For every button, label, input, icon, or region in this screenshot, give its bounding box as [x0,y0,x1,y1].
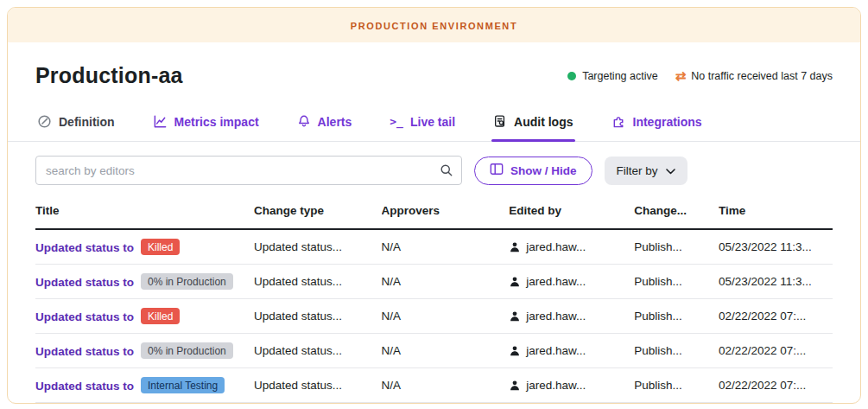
edited-by-cell: jared.haw... [509,334,634,368]
change-cell: Publish... [634,229,719,265]
chevron-down-icon [666,164,675,177]
audit-entry-link[interactable]: Updated status to [35,276,134,289]
change-type-cell: Updated status... [254,265,382,299]
change-cell: Publish... [634,265,719,299]
time-cell: 05/23/2022 11:3... [719,229,833,265]
search-icon [440,163,453,181]
column-header: Time [719,199,833,229]
approvers-cell: N/A [382,265,510,299]
tab-bar: Definition Metrics impact Alerts >_ Live… [8,107,860,142]
status-group: Targeting active ⇄ No traffic received l… [567,69,833,82]
tab-metrics-impact[interactable]: Metrics impact [151,107,261,141]
filter-by-label: Filter by [617,164,658,177]
change-cell: Publish... [634,368,719,403]
audit-logs-icon [493,114,507,129]
person-icon [509,310,521,323]
tab-alerts[interactable]: Alerts [295,107,354,141]
page-header: Production-aa Targeting active ⇄ No traf… [8,42,860,93]
status-badge: Killed [141,308,180,324]
table-row: Updated status toKilledUpdated status...… [35,299,833,334]
status-badge: Internal Testing [141,377,225,393]
person-icon [509,241,521,253]
person-icon [509,380,521,392]
tab-definition[interactable]: Definition [35,107,117,141]
title-cell: Updated status toInternal Testing [35,368,254,403]
table-row: Updated status to0% in ProductionUpdated… [35,334,833,368]
terminal-icon: >_ [390,115,403,128]
integrations-puzzle-icon [611,114,626,129]
person-icon [509,345,521,357]
approvers-cell: N/A [382,368,510,403]
edited-by-cell: jared.haw... [509,229,634,265]
tab-label: Definition [59,115,115,129]
page-title: Production-aa [35,63,183,88]
editor-name: jared.haw... [526,379,586,392]
edited-by-cell: jared.haw... [509,368,634,403]
bell-icon [297,114,311,129]
change-cell: Publish... [634,299,719,334]
audit-log-table-wrapper: TitleChange typeApproversEdited byChange… [8,199,860,403]
banner-text: PRODUCTION ENVIRONMENT [351,21,517,31]
column-header: Change type [254,199,382,229]
table-row: Updated status toKilledUpdated status...… [35,229,833,265]
status-badge: 0% in Production [141,273,233,290]
show-hide-label: Show / Hide [510,164,577,177]
environment-card: PRODUCTION ENVIRONMENT Production-aa Tar… [7,7,861,404]
show-hide-button[interactable]: Show / Hide [474,157,592,185]
search-input-wrapper [35,156,462,185]
tab-label: Audit logs [514,115,573,129]
change-type-cell: Updated status... [254,299,382,334]
time-cell: 02/22/2022 07:... [719,299,833,334]
editor-name: jared.haw... [526,310,586,323]
targeting-status-label: Targeting active [582,70,658,82]
filter-by-button[interactable]: Filter by [605,157,687,185]
production-environment-banner: PRODUCTION ENVIRONMENT [8,8,860,42]
column-header: Change... [634,199,719,229]
traffic-status: ⇄ No traffic received last 7 days [675,69,833,82]
time-cell: 02/22/2022 07:... [719,368,833,403]
approvers-cell: N/A [382,299,510,334]
change-type-cell: Updated status... [254,229,382,265]
approvers-cell: N/A [382,334,510,368]
audit-entry-link[interactable]: Updated status to [35,345,134,358]
tab-live-tail[interactable]: >_ Live tail [388,107,457,141]
table-header-row: TitleChange typeApproversEdited byChange… [35,199,833,229]
traffic-status-label: No traffic received last 7 days [691,70,833,82]
tab-integrations[interactable]: Integrations [610,107,704,141]
person-icon [509,276,521,288]
status-badge: Killed [141,239,180,255]
column-header: Approvers [382,199,510,229]
editor-name: jared.haw... [526,275,586,288]
definition-icon [37,114,52,129]
title-cell: Updated status to0% in Production [35,265,254,299]
change-cell: Publish... [634,334,719,368]
editor-name: jared.haw... [526,344,586,357]
column-header: Title [35,199,254,229]
column-header: Edited by [509,199,634,229]
time-cell: 05/23/2022 11:3... [719,265,833,299]
table-body: Updated status toKilledUpdated status...… [35,229,833,403]
edited-by-cell: jared.haw... [509,299,634,334]
title-cell: Updated status toKilled [35,299,254,334]
targeting-status: Targeting active [567,70,658,82]
audit-entry-link[interactable]: Updated status to [35,380,134,393]
change-type-cell: Updated status... [254,368,382,403]
columns-icon [490,163,504,178]
audit-entry-link[interactable]: Updated status to [35,310,134,323]
table-row: Updated status to0% in ProductionUpdated… [35,265,833,299]
search-input[interactable] [35,156,462,185]
tab-label: Alerts [318,115,352,129]
audit-entry-link[interactable]: Updated status to [35,241,134,254]
metrics-chart-icon [153,114,168,129]
traffic-arrows-icon: ⇄ [675,69,687,82]
tab-label: Integrations [633,115,702,129]
change-type-cell: Updated status... [254,334,382,368]
status-badge: 0% in Production [141,342,233,359]
targeting-active-dot [567,72,576,80]
toolbar: Show / Hide Filter by [8,156,860,185]
tab-audit-logs[interactable]: Audit logs [491,107,574,141]
approvers-cell: N/A [382,229,510,265]
title-cell: Updated status to0% in Production [35,334,254,368]
tab-label: Live tail [410,115,455,129]
audit-log-table: TitleChange typeApproversEdited byChange… [35,199,833,403]
